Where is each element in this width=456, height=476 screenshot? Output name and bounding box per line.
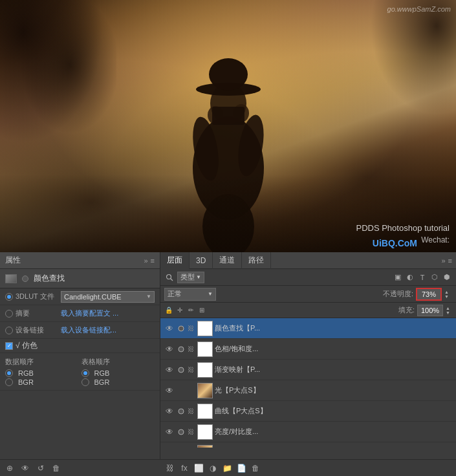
- layer-link-icon[interactable]: [176, 406, 186, 416]
- layer-link-icon[interactable]: [176, 344, 186, 354]
- device-row: 设备链接 载入设备链接配...: [0, 322, 160, 339]
- fill-label: 填充:: [398, 305, 415, 315]
- data-bgr-radio[interactable]: [5, 378, 13, 386]
- layer-name: 亮度/对比度...: [215, 427, 453, 437]
- layer-visibility-icon[interactable]: 👁: [163, 405, 176, 418]
- device-link[interactable]: 载入设备链接配...: [61, 325, 155, 335]
- layer-name: 色相/饱和度...: [215, 344, 453, 354]
- opacity-section: 不透明度: 73% ▲ ▼: [383, 288, 452, 301]
- layer-style-icon[interactable]: fx: [179, 462, 190, 474]
- layer-row[interactable]: 👁 ⛓ 亮度/对比度...: [160, 422, 456, 442]
- add-mask-icon[interactable]: ⬜: [193, 462, 204, 474]
- new-layer-icon[interactable]: 📄: [235, 462, 247, 474]
- photo-canvas: go.wwwpSamZ.com PDDS Photoshop tutorial …: [0, 0, 456, 252]
- data-rgb-radio[interactable]: [5, 369, 13, 377]
- layer-thumbnail: [197, 445, 213, 448]
- fill-up-arrow[interactable]: ▲: [446, 306, 452, 310]
- type-filter-dropdown[interactable]: 类型 ▼: [177, 272, 204, 283]
- svg-point-14: [179, 367, 184, 373]
- svg-point-16: [179, 429, 184, 435]
- layer-row[interactable]: 👁 ⛓ 渐变映射【P...: [160, 360, 456, 380]
- layer-thumbnail: [197, 383, 213, 398]
- pixel-filter-icon[interactable]: ▣: [393, 272, 403, 283]
- new-adjustment-icon[interactable]: ◑: [207, 462, 219, 474]
- delete-layer-icon[interactable]: 🗑: [250, 462, 261, 474]
- data-bgr-label: BGR: [18, 378, 34, 386]
- color-correct-row: ✓ √ 仿色: [0, 339, 160, 353]
- layer-row[interactable]: 👁 光【P大点S】: [160, 380, 456, 401]
- svg-rect-8: [212, 107, 244, 125]
- layer-thumbnail: [197, 362, 213, 378]
- svg-point-10: [167, 274, 171, 279]
- eye-icon[interactable]: 👁: [19, 462, 31, 474]
- expand-icon[interactable]: »: [144, 257, 147, 265]
- tab-3d[interactable]: 3D: [190, 252, 213, 269]
- lut-label: 3DLUT 文件: [16, 292, 61, 301]
- fill-down-arrow[interactable]: ▼: [446, 310, 452, 315]
- layer-visibility-icon[interactable]: 👁: [163, 384, 176, 397]
- fill-value[interactable]: 100%: [417, 305, 443, 316]
- shape-filter-icon[interactable]: ⬡: [429, 272, 440, 283]
- layer-row[interactable]: 👁 ⛓ 色相/饱和度...: [160, 339, 456, 360]
- abstract-row: 摘要 载入摘要配置文 ...: [0, 305, 160, 322]
- link-layers-icon[interactable]: ⛓: [164, 462, 176, 474]
- paint-icon[interactable]: ✏: [186, 306, 195, 315]
- layer-row[interactable]: 👁 ⛓ 曲线【P大点S】: [160, 401, 456, 422]
- tab-channels[interactable]: 通道: [213, 252, 242, 269]
- color-correct-checkbox[interactable]: ✓: [5, 342, 13, 350]
- layer-name: 渐变映射【P...: [215, 365, 453, 374]
- layer-chain-icon: ⛓: [186, 365, 195, 374]
- tab-paths[interactable]: 路径: [242, 252, 271, 269]
- device-radio[interactable]: [5, 327, 13, 334]
- layer-link-icon[interactable]: [176, 365, 186, 375]
- layers-expand-icon[interactable]: »: [441, 257, 445, 265]
- layer-name: 光【P大点S】: [215, 385, 453, 395]
- tab-layers[interactable]: 层面: [160, 252, 190, 269]
- properties-panel-header: 属性 » ≡: [0, 252, 160, 269]
- table-bgr-radio[interactable]: [81, 378, 89, 386]
- add-layer-icon[interactable]: ⊕: [4, 462, 16, 474]
- lock-icon[interactable]: 🔒: [164, 306, 173, 315]
- properties-panel-title: 属性: [5, 255, 21, 266]
- artboard-icon[interactable]: ⊞: [197, 306, 206, 315]
- layers-menu-icon[interactable]: ≡: [448, 257, 452, 265]
- abstract-link[interactable]: 载入摘要配置文 ...: [61, 308, 155, 318]
- data-rgb-item: RGB: [5, 369, 79, 377]
- layer-visibility-icon[interactable]: 👁: [163, 322, 176, 335]
- lut-radio[interactable]: [5, 293, 13, 301]
- abstract-label: 摘要: [16, 308, 61, 318]
- opacity-value[interactable]: 73%: [416, 288, 442, 301]
- layer-link-icon[interactable]: [176, 427, 186, 437]
- layer-visibility-icon[interactable]: 👁: [163, 426, 176, 438]
- lut-dropdown[interactable]: Candlelight.CUBE ▼: [61, 291, 155, 303]
- search-icon: [164, 272, 175, 283]
- layer-thumbnail: [197, 404, 213, 419]
- layer-name: 颜色查找【P...: [215, 323, 453, 333]
- table-bgr-label: BGR: [94, 378, 110, 386]
- layer-chain-icon: ⛓: [186, 407, 195, 416]
- data-order-grid: 数据顺序 RGB BGR 表格顺序: [5, 357, 155, 386]
- layer-visibility-icon[interactable]: 👁: [163, 363, 176, 376]
- table-rgb-radio[interactable]: [81, 369, 89, 377]
- new-group-icon[interactable]: 📁: [221, 462, 233, 474]
- table-bgr-item: BGR: [81, 378, 155, 386]
- layer-row[interactable]: 👁 ⛓ 颜色查找【P...: [160, 318, 456, 339]
- history-icon[interactable]: ↺: [35, 462, 47, 474]
- text-filter-icon[interactable]: T: [417, 272, 428, 283]
- blend-mode-dropdown[interactable]: 正常 ▼: [164, 288, 216, 301]
- layer-visibility-icon[interactable]: 👁: [163, 446, 176, 448]
- data-rgb-label: RGB: [18, 369, 34, 377]
- layer-visibility-icon[interactable]: 👁: [163, 343, 176, 356]
- svg-line-11: [171, 278, 173, 281]
- menu-icon[interactable]: ≡: [151, 257, 155, 265]
- smart-filter-icon[interactable]: ⬢: [442, 272, 452, 283]
- abstract-radio[interactable]: [5, 310, 13, 318]
- opacity-down-arrow[interactable]: ▼: [444, 294, 452, 299]
- adjustment-filter-icon[interactable]: ◐: [405, 272, 415, 283]
- layer-row-background[interactable]: 👁 背景 🔒: [160, 442, 456, 448]
- trash-icon[interactable]: 🗑: [50, 462, 62, 474]
- move-icon[interactable]: ✛: [175, 306, 184, 315]
- layer-thumbnail: [197, 341, 213, 357]
- layer-link-icon[interactable]: [176, 323, 186, 334]
- opacity-up-arrow[interactable]: ▲: [444, 290, 452, 294]
